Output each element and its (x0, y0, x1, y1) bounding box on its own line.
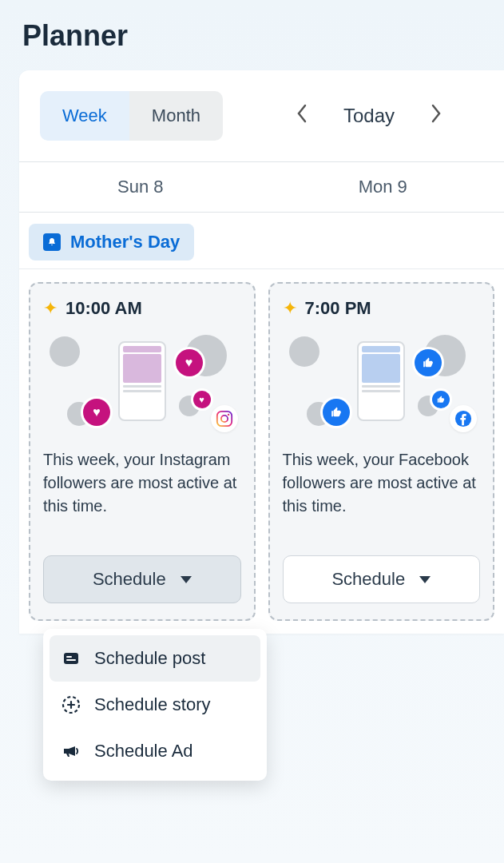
star-icon: ✦ (43, 298, 58, 319)
svg-rect-0 (216, 412, 231, 426)
svg-rect-6 (66, 659, 76, 661)
date-nav: Today (255, 97, 483, 135)
dropdown-item-schedule-ad[interactable]: Schedule Ad (50, 728, 260, 774)
view-month-button[interactable]: Month (129, 91, 223, 141)
schedule-button-label: Schedule (93, 569, 166, 590)
dropdown-item-label: Schedule Ad (94, 741, 193, 762)
view-week-button[interactable]: Week (40, 91, 129, 141)
all-day-event-row: Mother's Day (19, 213, 504, 269)
prev-icon[interactable] (289, 97, 315, 135)
schedule-button[interactable]: Schedule (43, 555, 241, 603)
facebook-icon (450, 405, 477, 432)
heart-icon: ♥ (193, 391, 211, 408)
instagram-icon (211, 405, 238, 432)
svg-point-2 (227, 414, 228, 416)
day-header-row: Sun 8 Mon 9 (19, 161, 504, 213)
svg-rect-5 (66, 656, 72, 658)
card-description: This week, your Instagram followers are … (43, 448, 241, 541)
bell-icon (43, 233, 61, 251)
dropdown-item-label: Schedule post (94, 648, 205, 669)
planner-panel: Week Month Today Sun 8 Mon 9 Mother's Da… (19, 70, 504, 634)
illustration-instagram: ♥ ♥ ♥ (43, 335, 241, 431)
illustration-facebook (283, 335, 481, 431)
event-pill-mothers-day[interactable]: Mother's Day (29, 224, 194, 260)
suggestion-card-instagram: ✦ 10:00 AM ♥ ♥ ♥ (29, 282, 256, 621)
like-icon (432, 391, 450, 408)
card-time-row: ✦ 10:00 AM (43, 298, 241, 319)
chevron-down-icon (181, 576, 192, 583)
suggestion-card-facebook: ✦ 7:00 PM (268, 282, 495, 621)
phone-mock-icon (118, 341, 166, 421)
heart-icon: ♥ (176, 349, 203, 376)
card-description: This week, your Facebook followers are m… (283, 448, 481, 541)
page-title: Planner (0, 0, 504, 70)
post-icon (61, 648, 81, 669)
day-column-mon: Mon 9 (262, 162, 505, 212)
schedule-button-label: Schedule (331, 569, 405, 590)
dropdown-item-label: Schedule story (94, 694, 211, 715)
chevron-down-icon (419, 576, 431, 583)
schedule-dropdown: Schedule post Schedule story Schedule Ad (43, 629, 267, 781)
card-time: 10:00 AM (65, 298, 142, 319)
today-button[interactable]: Today (343, 105, 395, 127)
story-icon (61, 694, 81, 715)
dropdown-item-schedule-story[interactable]: Schedule story (50, 682, 260, 728)
ad-icon (61, 741, 81, 762)
view-toggle: Week Month (40, 91, 223, 141)
day-column-sun: Sun 8 (19, 162, 262, 212)
heart-icon: ♥ (83, 399, 110, 426)
suggestion-cards-row: ✦ 10:00 AM ♥ ♥ ♥ (19, 269, 504, 634)
svg-point-1 (220, 416, 227, 422)
star-icon: ✦ (283, 298, 297, 319)
dropdown-item-schedule-post[interactable]: Schedule post (50, 635, 260, 682)
card-time-row: ✦ 7:00 PM (283, 298, 481, 319)
phone-mock-icon (357, 341, 405, 421)
svg-rect-4 (64, 653, 78, 664)
like-icon (415, 349, 442, 376)
next-icon[interactable] (423, 97, 449, 135)
card-time: 7:00 PM (305, 298, 371, 319)
event-label: Mother's Day (70, 232, 180, 253)
toolbar: Week Month Today (19, 70, 504, 161)
schedule-button[interactable]: Schedule (283, 555, 481, 603)
like-icon (323, 399, 350, 426)
